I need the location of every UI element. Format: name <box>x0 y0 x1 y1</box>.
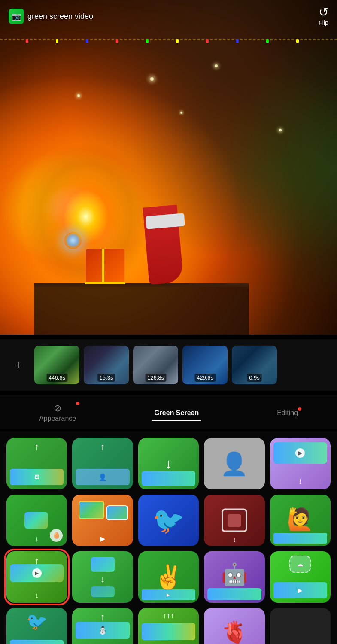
flip-button[interactable]: ↺ Flip <box>319 6 328 26</box>
app-item-11[interactable]: ↑ ▶ ↓ <box>6 551 67 603</box>
app-item-9[interactable]: ↓ <box>204 495 264 546</box>
tab-green-screen-label: Green Screen <box>154 409 199 417</box>
media-thumbnail-4[interactable]: 429.6s <box>182 346 228 384</box>
tab-appearance-label: Appearance <box>39 415 76 422</box>
duration-badge-5: 0.9s <box>247 374 262 382</box>
media-thumbnail-5[interactable]: 0.9s <box>232 346 277 384</box>
tab-editing[interactable]: Editing <box>268 404 307 421</box>
flip-label: Flip <box>319 19 328 26</box>
app-item-16[interactable]: 🐦 <box>6 608 67 644</box>
app-grid: ↑ 🖼 ↑ 👤 ↓ 👤 ▶ ↓ <box>0 431 337 644</box>
duration-badge-4: 429.6s <box>194 374 216 382</box>
video-background <box>0 0 337 335</box>
tabs-area: ⊘ Appearance Green Screen Editing <box>0 395 337 429</box>
top-header: 📷 green screen video ↺ Flip <box>0 6 337 26</box>
app-item-1[interactable]: ↑ 🖼 <box>6 438 67 489</box>
app-item-18[interactable]: ↑↑↑ ↕ <box>138 608 199 644</box>
duration-badge-1: 446.6s <box>46 374 67 382</box>
tab-appearance[interactable]: ⊘ Appearance <box>30 398 85 427</box>
app-item-4[interactable]: 👤 <box>204 438 264 489</box>
app-item-5[interactable]: ▶ ↓ <box>270 438 331 489</box>
no-symbol-icon: ⊘ <box>54 403 61 414</box>
tab-active-indicator <box>152 420 201 421</box>
app-item-7[interactable]: ▶ <box>72 495 133 546</box>
media-strip: + 446.6s 15.3s 126.8s 429.6s 0.9s <box>0 339 337 391</box>
media-thumbnail-2[interactable]: 15.3s <box>84 346 129 384</box>
media-thumbnail-3[interactable]: 126.8s <box>133 346 178 384</box>
app-item-10[interactable]: 🙋 <box>270 495 331 546</box>
app-title: green screen video <box>27 12 93 21</box>
app-item-20[interactable] <box>270 608 331 644</box>
app-item-3[interactable]: ↓ <box>138 438 199 489</box>
app-item-6[interactable]: 🥚 ↓ <box>6 495 67 546</box>
app-item-2[interactable]: ↑ 👤 <box>72 438 133 489</box>
add-media-button[interactable]: + <box>6 353 30 377</box>
app-item-14[interactable]: 🤖 <box>204 551 264 603</box>
app-item-8[interactable]: 🐦 <box>138 495 199 546</box>
appearance-notification-dot <box>76 402 79 405</box>
flip-icon: ↺ <box>319 6 328 18</box>
app-item-15[interactable]: ☁ ▶ <box>270 551 331 603</box>
media-thumbnail-1[interactable]: 446.6s <box>34 346 79 384</box>
tab-editing-label: Editing <box>277 409 298 417</box>
editing-notification-dot <box>298 407 301 411</box>
app-logo: 📷 green screen video <box>9 9 93 24</box>
app-item-12[interactable]: ↓ <box>72 551 133 603</box>
app-item-19[interactable]: 🫀 <box>204 608 264 644</box>
tab-green-screen[interactable]: Green Screen <box>146 404 207 421</box>
app-icon-emoji: 📷 <box>12 12 21 21</box>
app-item-17[interactable]: ↑ ⛄ <box>72 608 133 644</box>
duration-badge-3: 126.8s <box>145 374 166 382</box>
app-item-13[interactable]: ✌️ ▶ <box>138 551 199 603</box>
app-icon: 📷 <box>9 9 24 24</box>
duration-badge-2: 15.3s <box>97 374 115 382</box>
